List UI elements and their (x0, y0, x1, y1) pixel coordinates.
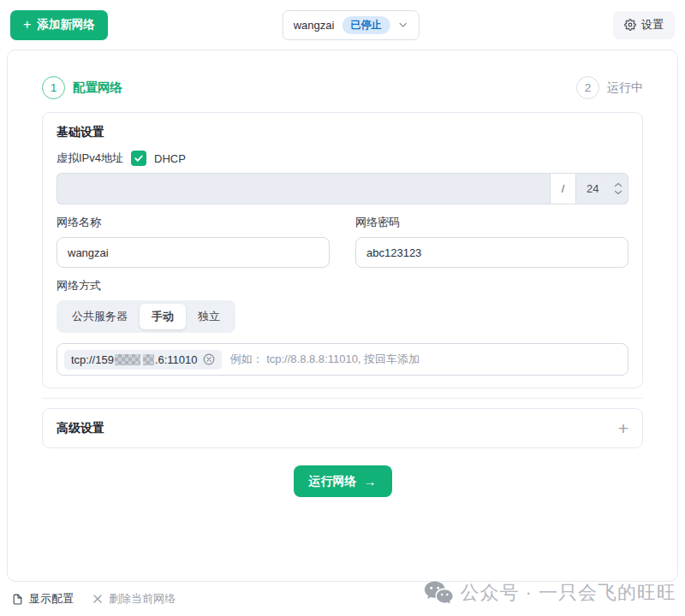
dhcp-label: DHCP (154, 152, 186, 165)
peer-url-input[interactable]: tcp://159.6:11010 例如： tcp://8.8.8.8:1101… (57, 343, 628, 376)
method-option-manual[interactable]: 手动 (140, 304, 186, 329)
settings-label: 设置 (641, 17, 664, 33)
network-select[interactable]: wangzai 已停止 (283, 10, 420, 40)
method-option-public-server[interactable]: 公共服务器 (60, 304, 140, 329)
section-divider (42, 398, 643, 399)
network-select-value: wangzai (294, 19, 335, 32)
prefix-length-stepper[interactable]: 24 (575, 173, 628, 204)
show-config-button[interactable]: 显示配置 (12, 591, 74, 607)
delete-network-label: 删除当前网络 (109, 591, 176, 607)
step-running: 2 运行中 (576, 76, 643, 99)
advanced-settings-title: 高级设置 (57, 421, 104, 436)
step-1-label: 配置网络 (73, 80, 122, 96)
chevron-down-icon (614, 190, 622, 195)
status-badge: 已停止 (342, 16, 390, 33)
redacted-ip-mosaic (143, 354, 154, 365)
basic-settings-panel: 基础设置 虚拟IPv4地址 DHCP / 24 网络名称 (42, 112, 643, 388)
delete-network-button[interactable]: 删除当前网络 (92, 591, 176, 607)
step-2-label: 运行中 (607, 80, 643, 96)
network-config-card: 1 配置网络 2 运行中 基础设置 虚拟IPv4地址 DHCP / 24 (7, 50, 678, 582)
step-1-circle: 1 (42, 76, 65, 99)
network-method-label: 网络方式 (57, 278, 628, 293)
step-configure-network: 1 配置网络 (42, 76, 122, 99)
step-indicator: 1 配置网络 2 运行中 (42, 76, 643, 99)
add-network-label: 添加新网络 (37, 17, 95, 33)
close-x-icon (92, 594, 103, 604)
peer-url-hint: 例如： tcp://8.8.8.8:11010, 按回车添加 (230, 352, 420, 367)
chevron-down-icon (397, 18, 408, 33)
network-method-segmented-control: 公共服务器 手动 独立 (57, 300, 235, 333)
stepper-arrows[interactable] (614, 182, 622, 195)
advanced-settings-panel[interactable]: 高级设置 + (42, 408, 643, 448)
add-network-button[interactable]: + 添加新网络 (10, 10, 108, 40)
chevron-up-icon (614, 182, 622, 187)
plus-icon: + (23, 18, 31, 32)
dhcp-checkbox[interactable] (131, 151, 146, 166)
ipv4-label: 虚拟IPv4地址 (57, 151, 123, 166)
network-name-label: 网络名称 (57, 215, 330, 230)
gear-icon (624, 19, 636, 31)
redacted-ip-mosaic (115, 354, 140, 365)
network-secret-label: 网络密码 (355, 215, 628, 230)
name-secret-row: 网络名称 网络密码 (57, 215, 628, 268)
settings-button[interactable]: 设置 (613, 11, 675, 39)
network-name-input[interactable] (57, 237, 330, 268)
ipv4-dhcp-row: 虚拟IPv4地址 DHCP (57, 151, 628, 166)
network-secret-input[interactable] (355, 237, 628, 268)
remove-tag-icon[interactable] (203, 353, 215, 365)
prefix-length-value: 24 (587, 182, 614, 195)
run-network-button[interactable]: 运行网络 → (294, 465, 392, 497)
virtual-ip-group: / 24 (57, 173, 628, 204)
virtual-ip-input[interactable] (57, 173, 550, 204)
top-toolbar: + 添加新网络 wangzai 已停止 设置 (0, 0, 685, 50)
peer-url-suffix: .6:11010 (155, 353, 198, 366)
step-2-circle: 2 (576, 76, 599, 99)
method-option-standalone[interactable]: 独立 (186, 304, 232, 329)
file-icon (12, 594, 23, 605)
show-config-label: 显示配置 (29, 591, 74, 607)
peer-url-prefix: tcp://159 (71, 353, 114, 366)
prefix-separator: / (550, 173, 575, 204)
check-icon (134, 153, 144, 163)
peer-url-tag: tcp://159.6:11010 (64, 350, 222, 370)
arrow-right-icon: → (364, 474, 377, 489)
expand-plus-icon[interactable]: + (618, 419, 628, 437)
basic-settings-title: 基础设置 (57, 125, 628, 140)
footer-bar: 显示配置 删除当前网络 (0, 582, 685, 616)
run-network-label: 运行网络 (309, 474, 357, 489)
